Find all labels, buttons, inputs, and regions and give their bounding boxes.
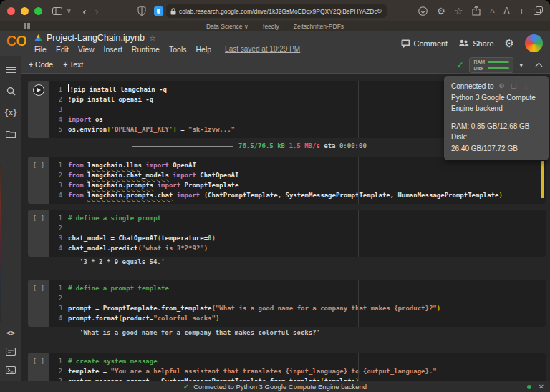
cell-editor[interactable]: 1# create system message2template = "You… <box>49 353 546 381</box>
dismiss-status-icon[interactable]: ✕ <box>539 383 544 391</box>
cell-editor[interactable]: 1from langchain.llms import OpenAI2from … <box>49 157 546 204</box>
code-token: langchain.prompts <box>87 180 153 190</box>
menu-file[interactable]: File <box>34 45 47 54</box>
code-line: 4chat_model.predict("what is 3*2*9?") <box>49 243 546 253</box>
code-token: import <box>145 160 169 170</box>
text-cursor <box>68 84 69 92</box>
variables-icon[interactable]: {x} <box>0 103 21 122</box>
increase-text-size-button[interactable]: A <box>503 6 509 15</box>
runtime-dropdown-caret-icon[interactable]: ▾ <box>519 62 523 69</box>
bookmark-star-icon[interactable]: ☆ <box>455 6 463 16</box>
zoom-window-button[interactable] <box>34 7 42 15</box>
people-icon <box>458 39 469 47</box>
code-token: import <box>177 190 201 200</box>
code-line: 1# create system message <box>49 356 546 366</box>
status-check-icon: ✓ <box>183 383 189 391</box>
menu-help[interactable]: Help <box>196 45 211 54</box>
warning-overview-marker <box>541 161 544 198</box>
menu-insert[interactable]: Insert <box>104 45 122 54</box>
line-number: 4 <box>49 114 62 124</box>
cell-gutter: [ ] <box>28 157 49 204</box>
code-token: ChatOpenAI <box>196 170 239 180</box>
terminal-icon[interactable] <box>0 361 21 379</box>
resource-monitor[interactable]: RAM Disk <box>469 57 513 73</box>
decrease-text-size-button[interactable]: A <box>490 8 494 14</box>
cell-editor[interactable]: 1# define a prompt template23prompt = Pr… <box>49 280 546 327</box>
sidebar-toggle-icon[interactable] <box>52 7 62 15</box>
code-token: # define a single prompt <box>68 213 161 223</box>
colab-logo[interactable]: CO <box>6 33 26 49</box>
downloads-icon[interactable] <box>418 6 428 16</box>
new-tab-button[interactable]: + <box>518 6 524 16</box>
code-cell[interactable]: [ ]1# define a single prompt23chat_model… <box>28 210 546 257</box>
menu-view[interactable]: View <box>78 45 95 54</box>
code-token: !pip install langchain -q <box>70 84 167 94</box>
menu-runtime[interactable]: Runtime <box>132 45 160 54</box>
cell-gutter: [ ] <box>28 353 49 381</box>
close-window-button[interactable] <box>7 7 15 15</box>
files-icon[interactable] <box>0 124 21 143</box>
notebook-title[interactable]: Project-LangChain.ipynb <box>47 33 145 43</box>
tab-overview-icon[interactable] <box>534 6 543 15</box>
star-notebook-icon[interactable]: ☆ <box>149 34 156 43</box>
url-text: colab.research.google.com/drive/1kJ2GsMo… <box>179 8 377 15</box>
collapse-header-icon[interactable] <box>536 62 543 69</box>
bookmark-item[interactable]: feedly <box>263 23 279 30</box>
code-cell[interactable]: [ ]1from langchain.llms import OpenAI2fr… <box>28 157 546 204</box>
status-text: Connected to Python 3 Google Compute Eng… <box>193 383 367 391</box>
forward-button[interactable]: › <box>95 6 99 16</box>
address-bar[interactable]: colab.research.google.com/drive/1kJ2GsMo… <box>166 4 387 18</box>
cell-execution-indicator[interactable]: [ ] <box>28 162 49 169</box>
code-cell[interactable]: [ ]1# define a prompt template23prompt =… <box>28 280 546 327</box>
cell-execution-indicator[interactable]: [ ] <box>28 285 49 292</box>
reload-icon[interactable]: ↻ <box>377 8 382 15</box>
bookmark-item[interactable]: Data Science ∨ <box>206 23 249 30</box>
code-token: template = <box>68 366 111 376</box>
cell-execution-indicator[interactable]: [ ] <box>28 358 49 365</box>
add-text-button[interactable]: + Text <box>63 60 83 69</box>
minimize-window-button[interactable] <box>21 7 29 15</box>
share-button[interactable]: Share <box>458 39 493 48</box>
last-saved-link[interactable]: Last saved at 10:29 PM <box>225 45 300 54</box>
menu-tools[interactable]: Tools <box>169 45 187 54</box>
menu-edit[interactable]: Edit <box>56 45 69 54</box>
browser-toolbar: ∨ ‹ › colab.research.google.com/drive/1k… <box>0 0 550 21</box>
code-token: !pip install openai -q <box>68 94 153 104</box>
code-snippets-icon[interactable]: <> <box>0 323 21 342</box>
tooltip-line: Connected to <box>451 81 494 92</box>
code-token: product= <box>122 313 153 323</box>
code-token: # create system message <box>68 356 158 366</box>
add-code-button[interactable]: + Code <box>29 60 53 69</box>
cell-editor[interactable]: 1# define a single prompt23chat_model = … <box>49 210 546 257</box>
cell-execution-indicator[interactable]: [ ] <box>28 215 49 222</box>
code-token: ) <box>499 190 503 200</box>
desktop-wallpaper-edge <box>0 165 1 322</box>
line-number: 3 <box>49 233 62 243</box>
back-button[interactable]: ‹ <box>83 6 87 16</box>
code-token: os.environ <box>68 124 107 134</box>
comment-icon <box>401 39 410 48</box>
account-avatar[interactable] <box>525 34 543 52</box>
code-token: temperature= <box>161 233 208 243</box>
colab-settings-gear-icon[interactable]: ⚙ <box>505 38 514 49</box>
search-icon[interactable] <box>0 82 21 100</box>
extension-icon[interactable] <box>154 6 163 16</box>
tab-group-chevron-icon[interactable]: ∨ <box>67 8 72 14</box>
code-cell[interactable]: [ ]1# create system message2template = "… <box>28 353 546 381</box>
run-cell-button[interactable] <box>33 84 44 96</box>
settings-gear-icon[interactable]: ⚙ <box>437 6 445 16</box>
browser-window: ∨ ‹ › colab.research.google.com/drive/1k… <box>0 0 550 392</box>
cell-gutter: [ ] <box>28 280 49 327</box>
privacy-shield-icon[interactable] <box>138 6 146 16</box>
line-number: 2 <box>49 170 62 180</box>
ram-label: RAM <box>473 59 485 64</box>
progress-text: 0:00:00 <box>339 142 367 150</box>
comment-button[interactable]: Comment <box>401 39 448 48</box>
tooltip-line: Python 3 Google Compute <box>451 92 541 104</box>
favorites-grid-icon[interactable] <box>24 23 30 29</box>
table-of-contents-icon[interactable] <box>0 60 21 79</box>
code-line: 4prompt.format(product="colorful socks") <box>49 313 546 323</box>
share-icon[interactable] <box>472 6 481 16</box>
bookmark-item[interactable]: Zeitschriften-PDFs <box>294 23 344 30</box>
command-palette-icon[interactable] <box>0 342 21 361</box>
